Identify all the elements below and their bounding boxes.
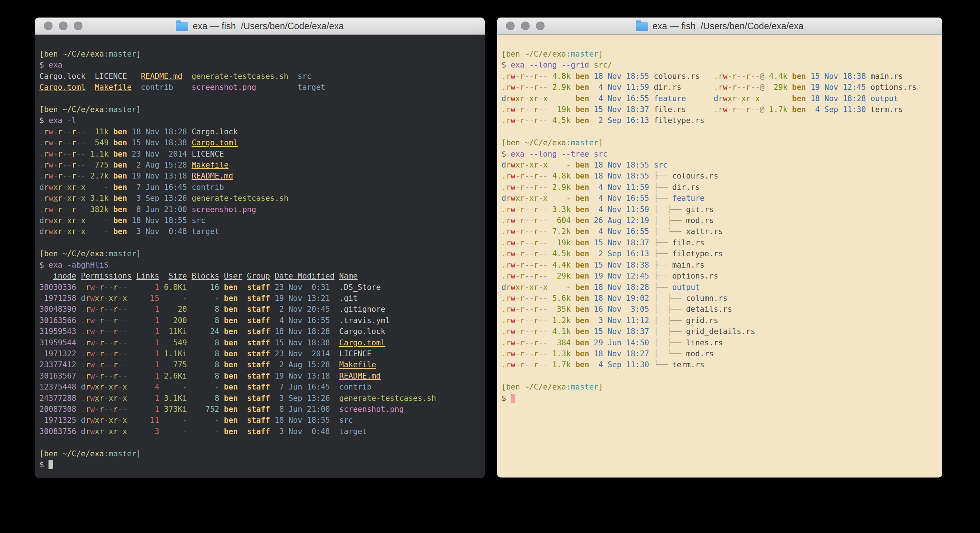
terminal-line: .rw-r--r-- 1.1k ben 23 Nov 2014 LICENCE — [40, 148, 485, 160]
terminal-window-light: exa — fish /Users/ben/Code/exa/exa [ben … — [497, 18, 942, 477]
terminal-line: drwxr-xr-x - ben 3 Nov 0:48 target — [40, 226, 485, 237]
terminal-line: [ben ~/C/e/exa:master] — [501, 381, 942, 393]
terminal-line — [501, 126, 942, 137]
terminal-line: .rw-r--r-- 29k ben 19 Nov 12:45 ├── opti… — [501, 271, 942, 281]
title-group: exa — fish /Users/ben/Code/exa/exa — [176, 21, 344, 31]
terminal-line: drwxr-xr-x - ben 7 Jun 16:45 contrib — [40, 182, 485, 193]
terminal-line: drwxr-xr-x - ben 4 Nov 16:55 ├── feature — [501, 193, 942, 204]
terminal-line: 30048390 .rw-r--r-- 1 20 8 ben staff 2 N… — [40, 304, 485, 315]
window-controls — [506, 18, 544, 34]
terminal-line: .rw-r--r-- 2.7k ben 19 Nov 13:18 README.… — [40, 171, 485, 182]
terminal-line — [40, 237, 485, 248]
desktop: { "windows": { "left": { "title": "exa —… — [0, 0, 980, 533]
window-controls — [44, 18, 83, 34]
terminal-content[interactable]: [ben ~/C/e/exa:master]$ exa --long --gri… — [497, 35, 942, 404]
terminal-line: .rw-r--r-- 3.3k ben 4 Nov 11:59 │ ├── gi… — [501, 204, 942, 215]
terminal-line: .rw-r--r-- 4.5k ben 2 Sep 16:13 ├── file… — [501, 248, 942, 259]
terminal-line: [ben ~/C/e/exa:master] — [501, 137, 942, 148]
terminal-line: $ exa -l — [40, 115, 485, 126]
terminal-line: .rw-r--r-- 549 ben 15 Nov 18:38 Cargo.to… — [40, 137, 485, 148]
terminal-line: $ exa — [40, 59, 485, 70]
terminal-line: .rw-r--r-- 2.9k ben 4 Nov 11:59 dir.rs .… — [501, 82, 942, 93]
terminal-content[interactable]: [ben ~/C/e/exa:master]$ exaCargo.lock LI… — [35, 35, 485, 470]
terminal-line: Cargo.toml Makefile contrib screenshot.p… — [40, 82, 485, 93]
terminal-line: 24377288 .rwxr-xr-x 1 3.1Ki 8 ben staff … — [40, 393, 485, 404]
terminal-line: 1971322 .rw-r--r-- 1 1.1Ki 8 ben staff 2… — [40, 348, 485, 359]
terminal-line: drwxr-xr-x - ben 4 Nov 16:55 feature drw… — [501, 93, 942, 104]
terminal-line: 12375448 drwxr-xr-x 4 - - ben staff 7 Ju… — [40, 381, 485, 393]
terminal-line: .rw-r--r-- 11k ben 18 Nov 18:28 Cargo.lo… — [40, 126, 485, 137]
terminal-line: [ben ~/C/e/exa:master] — [40, 248, 485, 259]
terminal-line: .rw-r--r-- 382k ben 8 Jun 21:00 screensh… — [40, 204, 485, 215]
terminal-line: 20087308 .rw-r--r-- 1 373Ki 752 ben staf… — [40, 404, 485, 415]
minimize-button[interactable] — [59, 22, 67, 30]
terminal-line: 31959543 .rw-r--r-- 1 11Ki 24 ben staff … — [40, 326, 485, 337]
close-button[interactable] — [44, 22, 52, 30]
terminal-line: .rw-r--r-- 5.6k ben 18 Nov 19:02 │ ├── c… — [501, 293, 942, 304]
terminal-line: .rw-r--r-- 1.7k ben 4 Sep 11:30 └── term… — [501, 359, 942, 370]
terminal-line: .rw-r--r-- 19k ben 15 Nov 18:37 file.rs … — [501, 104, 942, 115]
terminal-line: $ exa -abghHliS — [40, 260, 485, 271]
titlebar[interactable]: exa — fish /Users/ben/Code/exa/exa — [497, 18, 942, 35]
text-cursor — [49, 460, 53, 469]
terminal-line: $ exa --long --grid src/ — [501, 59, 942, 70]
terminal-line: drwxr-xr-x - ben 18 Nov 18:55 src — [40, 215, 485, 226]
terminal-line: .rw-r--r-- 19k ben 15 Nov 18:37 ├── file… — [501, 237, 942, 248]
terminal-line: .rw-r--r-- 4.8k ben 18 Nov 18:55 ├── col… — [501, 171, 942, 182]
terminal-line: [ben ~/C/e/exa:master] — [40, 104, 485, 115]
zoom-button[interactable] — [536, 22, 544, 30]
terminal-line: .rw-r--r-- 35k ben 16 Nov 3:05 │ ├── det… — [501, 304, 942, 315]
zoom-button[interactable] — [74, 22, 83, 30]
terminal-line: .rw-r--r-- 4.5k ben 2 Sep 16:13 filetype… — [501, 115, 942, 126]
terminal-line: 30163566 .rw-r--r-- 1 200 8 ben staff 4 … — [40, 315, 485, 326]
terminal-line: [ben ~/C/e/exa:master] — [40, 448, 485, 459]
close-button[interactable] — [506, 22, 515, 30]
titlebar[interactable]: exa — fish /Users/ben/Code/exa/exa — [35, 18, 485, 35]
terminal-line — [40, 437, 485, 448]
terminal-line: drwxr-xr-x - ben 18 Nov 18:55 src — [501, 160, 942, 171]
terminal-line: .rw-r--r-- 4.1k ben 15 Nov 18:37 │ ├── g… — [501, 326, 942, 337]
terminal-line: .rw-r--r-- 7.2k ben 4 Nov 16:55 │ └── xa… — [501, 226, 942, 237]
terminal-window-dark: exa — fish /Users/ben/Code/exa/exa [ben … — [35, 18, 485, 478]
terminal-line: 23377412 .rw-r--r-- 1 775 8 ben staff 2 … — [40, 359, 485, 370]
terminal-line: .rw-r--r-- 384 ben 29 Jun 14:50 │ ├── li… — [501, 337, 942, 348]
terminal-line: .rw-r--r-- 4.4k ben 15 Nov 18:38 ├── mai… — [501, 260, 942, 271]
terminal-line: 1971325 drwxr-xr-x 11 - - ben staff 18 N… — [40, 415, 485, 426]
terminal-line: Cargo.lock LICENCE README.md generate-te… — [40, 71, 485, 82]
terminal-line — [501, 370, 942, 381]
terminal-line: 30030336 .rw-r--r-- 1 6.0Ki 16 ben staff… — [40, 282, 485, 293]
terminal-line: inode Permissions Links Size Blocks User… — [40, 271, 485, 281]
terminal-line: .rw-r--r-- 2.9k ben 4 Nov 11:59 ├── dir.… — [501, 182, 942, 193]
terminal-line: .rw-r--r-- 1.2k ben 3 Nov 11:12 │ ├── gr… — [501, 315, 942, 326]
terminal-line: 31959544 .rw-r--r-- 1 549 8 ben staff 15… — [40, 337, 485, 348]
terminal-line: 30083756 drwxr-xr-x 3 - - ben staff 3 No… — [40, 426, 485, 437]
terminal-line: $ — [40, 459, 485, 470]
terminal-line — [40, 93, 485, 104]
terminal-line: .rw-r--r-- 1.3k ben 18 Nov 18:27 │ └── m… — [501, 348, 942, 359]
terminal-line: [ben ~/C/e/exa:master] — [40, 49, 485, 59]
terminal-line: $ exa --long --tree src — [501, 148, 942, 160]
text-cursor — [511, 394, 515, 403]
terminal-line: [ben ~/C/e/exa:master] — [501, 49, 942, 59]
terminal-line: 1971258 drwxr-xr-x 15 - - ben staff 19 N… — [40, 293, 485, 304]
folder-icon — [176, 22, 188, 31]
window-title: exa — fish /Users/ben/Code/exa/exa — [192, 21, 344, 31]
terminal-line: .rw-r--r-- 775 ben 2 Aug 15:28 Makefile — [40, 160, 485, 171]
window-title: exa — fish /Users/ben/Code/exa/exa — [652, 21, 803, 31]
title-group: exa — fish /Users/ben/Code/exa/exa — [636, 21, 803, 31]
folder-icon — [636, 22, 648, 31]
terminal-line: .rw-r--r-- 4.8k ben 18 Nov 18:55 colours… — [501, 71, 942, 82]
terminal-line: 30163567 .rw-r--r-- 1 2.6Ki 8 ben staff … — [40, 370, 485, 381]
terminal-line: $ — [501, 393, 942, 404]
minimize-button[interactable] — [521, 22, 530, 30]
terminal-line: .rwxr-xr-x 3.1k ben 3 Sep 13:26 generate… — [40, 193, 485, 204]
terminal-line: drwxr-xr-x - ben 18 Nov 18:28 ├── output — [501, 282, 942, 293]
terminal-line: .rw-r--r-- 604 ben 26 Aug 12:19 │ ├── mo… — [501, 215, 942, 226]
